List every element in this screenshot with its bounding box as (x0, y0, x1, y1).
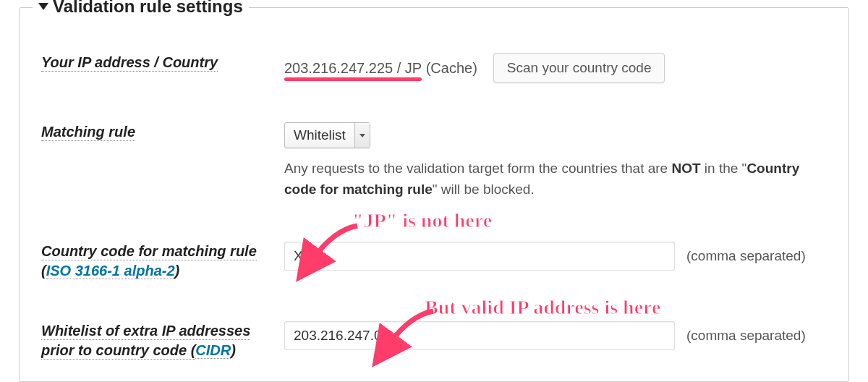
callout-valid-ip-here: But valid IP address is here (425, 296, 660, 319)
cidr-link[interactable]: CIDR (195, 342, 231, 359)
validation-settings-fieldset: Validation rule settings Your IP address… (19, 7, 849, 382)
matching-rule-select[interactable]: Whitelist (284, 122, 370, 148)
whitelist-suffix: (comma separated) (686, 328, 806, 344)
label-whitelist-line1: Whitelist of extra IP addresses (41, 323, 250, 340)
label-ip-country: Your IP address / Country (41, 54, 218, 72)
ip-highlight-underline (284, 77, 422, 81)
chevron-down-icon[interactable] (354, 123, 370, 148)
section-title: Validation rule settings (53, 0, 243, 17)
ip-cache-suffix: (Cache) (422, 60, 477, 76)
matching-rule-selected: Whitelist (285, 127, 354, 143)
country-code-suffix: (comma separated) (686, 248, 806, 264)
matching-rule-description: Any requests to the validation target fo… (284, 158, 805, 200)
iso-3166-link[interactable]: ISO 3166-1 alpha-2 (46, 263, 175, 279)
label-country-code-line1: Country code for matching rule (41, 243, 257, 260)
label-matching-rule: Matching rule (41, 124, 135, 141)
section-header[interactable]: Validation rule settings (33, 0, 249, 17)
ip-country-value: 203.216.247.225 / JP (284, 60, 422, 76)
scan-country-button[interactable]: Scan your country code (493, 53, 665, 83)
collapse-triangle-icon[interactable] (38, 3, 48, 10)
country-code-input[interactable] (284, 242, 675, 271)
callout-jp-not-here: "JP" is not here (352, 209, 492, 232)
whitelist-ip-input[interactable] (284, 321, 675, 350)
